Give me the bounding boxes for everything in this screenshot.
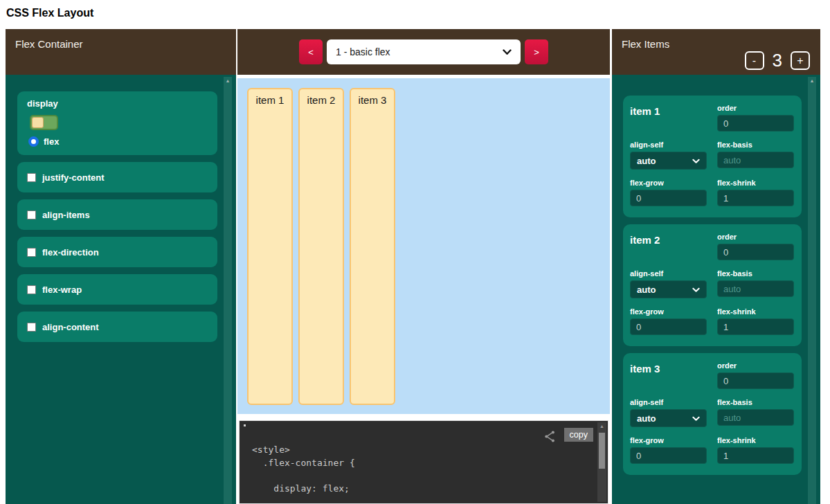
flex-grow-label: flex-grow xyxy=(630,436,707,444)
item-1-name: item 1 xyxy=(630,104,707,132)
example-nav-bar: < 1 - basic flex > xyxy=(237,29,610,75)
item-2-name: item 2 xyxy=(630,233,707,260)
preview-item-3: item 3 xyxy=(350,88,395,405)
item-3-order-input[interactable] xyxy=(717,372,794,389)
item-2-flex-grow-field: flex-grow xyxy=(630,307,707,335)
item-1-order-field: order xyxy=(717,104,794,132)
flex-shrink-label: flex-shrink xyxy=(717,307,794,316)
item-3-align-self-select[interactable]: auto xyxy=(630,409,707,427)
code-cursor-dot xyxy=(244,424,246,426)
item-1-flex-basis-input[interactable] xyxy=(717,152,794,168)
flex-wrap-card[interactable]: flex-wrap xyxy=(17,274,217,305)
flex-items-panel: Flex Items - 3 + item 1 order align-self… xyxy=(612,29,820,504)
item-1-order-input[interactable] xyxy=(717,115,794,132)
display-card: display flex xyxy=(17,91,217,155)
remove-item-button[interactable]: - xyxy=(745,51,764,70)
item-2-flex-grow-input[interactable] xyxy=(630,318,707,335)
next-example-button[interactable]: > xyxy=(525,39,548,64)
item-1-flex-grow-field: flex-grow xyxy=(630,179,707,206)
display-label: display xyxy=(27,98,208,109)
flex-items-body: item 1 order align-self auto flex-basis xyxy=(612,75,820,504)
add-item-button[interactable]: + xyxy=(791,51,810,70)
flex-container-header: Flex Container xyxy=(6,29,236,75)
item-1-flex-shrink-input[interactable] xyxy=(717,190,794,206)
align-self-label: align-self xyxy=(630,141,707,149)
code-panel: <style> .flex-container { display: flex;… xyxy=(239,420,608,504)
share-icon[interactable] xyxy=(543,430,557,443)
flex-shrink-label: flex-shrink xyxy=(717,179,794,187)
flex-radio-label: flex xyxy=(44,136,59,147)
flex-wrap-checkbox[interactable] xyxy=(27,285,36,294)
item-3-flex-grow-input[interactable] xyxy=(630,447,707,464)
display-toggle-knob[interactable] xyxy=(32,117,44,128)
flex-preview-container: item 1 item 2 item 3 xyxy=(237,78,610,414)
flex-basis-label: flex-basis xyxy=(717,141,794,149)
flex-container-body: display flex justify-content align-items xyxy=(6,75,236,504)
flex-container-title: Flex Container xyxy=(15,38,83,50)
scroll-up-icon[interactable]: ▲ xyxy=(224,77,232,85)
item-3-flex-basis-field: flex-basis xyxy=(717,398,794,427)
item-1-flex-grow-input[interactable] xyxy=(630,190,707,206)
item-1-align-self-field: align-self auto xyxy=(630,141,707,170)
display-toggle[interactable] xyxy=(30,115,58,130)
right-panel-scrollbar[interactable]: ▲ xyxy=(808,77,816,504)
item-3-flex-shrink-input[interactable] xyxy=(717,447,794,464)
code-scrollbar[interactable]: ▲ xyxy=(597,422,606,502)
align-self-value: auto xyxy=(637,285,656,295)
justify-content-card[interactable]: justify-content xyxy=(17,162,217,192)
example-select[interactable]: 1 - basic flex xyxy=(327,39,521,64)
flex-wrap-label: flex-wrap xyxy=(42,285,82,295)
css-code: <style> .flex-container { display: flex; xyxy=(252,444,608,496)
item-3-flex-basis-input[interactable] xyxy=(717,409,794,426)
item-3-order-field: order xyxy=(717,361,794,389)
item-2-order-input[interactable] xyxy=(717,244,794,260)
flex-grow-label: flex-grow xyxy=(630,179,707,187)
chevron-down-icon xyxy=(692,156,700,166)
align-content-card[interactable]: align-content xyxy=(17,312,217,342)
align-items-card[interactable]: align-items xyxy=(17,199,217,230)
item-1-card: item 1 order align-self auto flex-basis xyxy=(623,96,802,217)
order-label: order xyxy=(717,233,794,241)
scroll-up-icon[interactable]: ▲ xyxy=(808,77,816,85)
item-2-card: item 2 order align-self auto flex-basis xyxy=(623,224,802,346)
chevron-down-icon xyxy=(692,285,700,295)
flex-direction-card[interactable]: flex-direction xyxy=(17,237,217,267)
page-title: CSS Flex Layout xyxy=(6,7,93,19)
item-3-name: item 3 xyxy=(630,361,707,389)
justify-content-checkbox[interactable] xyxy=(27,173,36,182)
copy-button[interactable]: copy xyxy=(564,428,593,442)
item-2-order-field: order xyxy=(717,233,794,260)
prev-example-button[interactable]: < xyxy=(299,39,323,64)
flex-items-title: Flex Items xyxy=(622,38,669,50)
item-2-flex-basis-input[interactable] xyxy=(717,280,794,297)
item-counter: - 3 + xyxy=(745,50,810,71)
item-1-flex-shrink-field: flex-shrink xyxy=(717,179,794,206)
order-label: order xyxy=(717,361,794,370)
align-content-checkbox[interactable] xyxy=(27,323,36,332)
item-2-align-self-select[interactable]: auto xyxy=(630,280,707,298)
flex-direction-checkbox[interactable] xyxy=(27,248,36,257)
flex-radio[interactable] xyxy=(28,136,39,147)
scroll-up-icon[interactable]: ▲ xyxy=(597,422,606,431)
chevron-down-icon xyxy=(503,46,512,57)
item-2-flex-shrink-field: flex-shrink xyxy=(717,307,794,335)
item-1-flex-basis-field: flex-basis xyxy=(717,141,794,170)
chevron-down-icon xyxy=(692,413,700,424)
flex-direction-label: flex-direction xyxy=(42,247,99,258)
example-select-value: 1 - basic flex xyxy=(336,46,390,57)
item-2-align-self-field: align-self auto xyxy=(630,269,707,298)
flex-basis-label: flex-basis xyxy=(717,398,794,406)
align-self-value: auto xyxy=(637,413,656,424)
code-scrollbar-thumb[interactable] xyxy=(599,433,605,469)
item-3-align-self-field: align-self auto xyxy=(630,398,707,427)
preview-column: < 1 - basic flex > item 1 item 2 item 3 … xyxy=(237,29,610,504)
item-3-flex-grow-field: flex-grow xyxy=(630,436,707,464)
align-items-label: align-items xyxy=(42,210,90,220)
align-items-checkbox[interactable] xyxy=(27,210,36,219)
align-content-label: align-content xyxy=(42,322,99,332)
left-panel-scrollbar[interactable]: ▲ xyxy=(224,77,232,504)
item-1-align-self-select[interactable]: auto xyxy=(630,152,707,170)
item-count: 3 xyxy=(773,50,782,71)
flex-container-panel: Flex Container display flex justify-cont… xyxy=(6,29,236,504)
item-2-flex-shrink-input[interactable] xyxy=(717,318,794,335)
